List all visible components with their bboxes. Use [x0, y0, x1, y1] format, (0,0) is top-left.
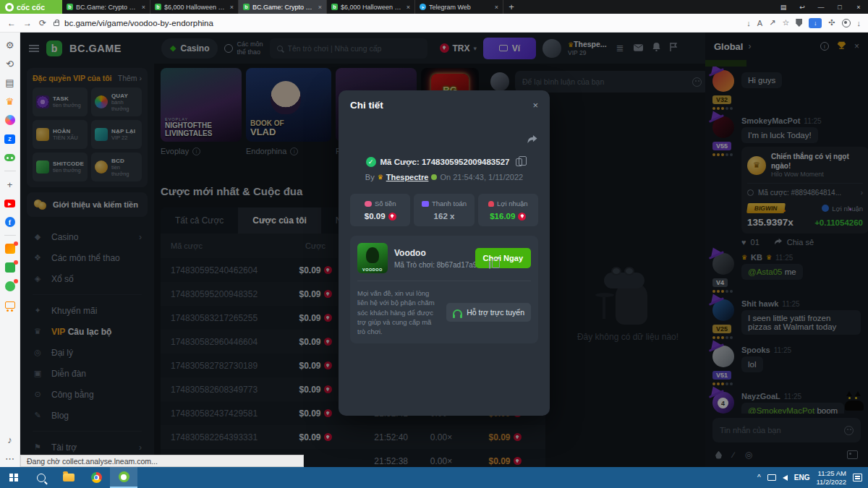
system-tray: ^ ENG 11:25 AM11/2/2022 [757, 469, 868, 487]
person-icon [488, 201, 494, 207]
history-icon[interactable]: ⟲ [4, 58, 16, 69]
shopping-cart-icon[interactable] [4, 299, 16, 311]
game-name: Voodoo [394, 248, 469, 258]
games-controller-icon[interactable] [4, 152, 16, 163]
maximize-button[interactable]: □ [830, 4, 849, 11]
trx-icon [518, 213, 526, 221]
bcgame-favicon: b [243, 4, 250, 10]
newsfeed-icon[interactable]: ▤ [4, 77, 16, 88]
tab-close-icon[interactable]: × [142, 4, 145, 11]
browser-tab-2[interactable]: b $6,000 Halloween Slot Battle × [150, 0, 239, 14]
reader-mode-icon[interactable]: ▤ [774, 4, 793, 11]
new-tab-button[interactable]: + [503, 0, 519, 14]
bet-username[interactable]: Thespectre [386, 173, 429, 181]
coccoc-brand-label: cốc cốc [17, 3, 45, 12]
browser-sidebar: ⚙ ⟲ ▤ ♛ Z + ▶ f ♪ ⋯ [0, 33, 20, 467]
volume-icon[interactable] [783, 475, 788, 481]
share-icon[interactable] [527, 134, 538, 147]
forward-icon[interactable]: → [23, 18, 32, 28]
session-restore-icon[interactable]: ↩ [793, 4, 812, 11]
modal-title: Chi tiết [350, 100, 383, 111]
notifications-bell-icon[interactable]: ♪ [4, 434, 16, 445]
play-now-button[interactable]: Chơi Ngay [475, 248, 532, 268]
rewards-gift-icon[interactable] [4, 262, 16, 273]
tab-title: $6,000 Halloween Slot Battle [164, 4, 227, 11]
action-center-icon[interactable] [853, 474, 862, 481]
lock-icon [54, 22, 59, 26]
voodoo-thumbnail[interactable]: VOODOO [357, 243, 388, 273]
download-active-icon[interactable]: ↓ [809, 18, 822, 28]
coccoc-brand[interactable]: cốc cốc [0, 0, 62, 14]
reload-icon[interactable]: ⟳ [39, 18, 46, 28]
tab-close-icon[interactable]: × [495, 4, 498, 11]
tab-title: BC.Game: Crypto Casino Gam [76, 4, 139, 11]
file-explorer-icon[interactable] [55, 467, 82, 488]
copy-icon[interactable] [516, 158, 522, 166]
browser-address-bar: ← → ⟳ bc.game/vi/game/voodoo-by-endorphi… [0, 14, 868, 33]
minimize-button[interactable]: — [812, 4, 830, 11]
save-page-icon[interactable]: ↓ [746, 19, 751, 27]
tab-title: BC.Game: Crypto Casino Gan [252, 4, 315, 11]
window-controls: ▤ ↩ — □ × [774, 0, 868, 14]
tab-close-icon[interactable]: × [318, 4, 322, 11]
messenger-icon[interactable] [4, 114, 16, 126]
verified-check-icon: ✓ [366, 157, 376, 167]
coccoc-taskbar-icon[interactable] [110, 467, 137, 488]
stat-payout: Thanh toán 162 x [414, 194, 474, 226]
more-options-icon[interactable]: ⋯ [4, 453, 16, 464]
modal-close-icon[interactable]: × [532, 100, 538, 111]
start-button[interactable] [0, 467, 27, 488]
bcgame-favicon: b [331, 4, 338, 10]
coccoc-logo-icon [5, 3, 14, 12]
bcgame-favicon: b [67, 4, 73, 10]
chrome-icon[interactable] [82, 467, 110, 488]
add-shortcut-icon[interactable]: + [4, 179, 16, 190]
youtube-icon[interactable]: ▶ [4, 197, 16, 209]
copy-icon[interactable] [489, 261, 490, 269]
adblock-shield-icon[interactable] [796, 19, 802, 27]
settings-gear-icon[interactable]: ⚙ [4, 39, 16, 51]
divider [4, 171, 16, 171]
browser-tab-3-active[interactable]: b BC.Game: Crypto Casino Gan × [239, 0, 327, 14]
chat-app-icon[interactable] [4, 281, 16, 292]
trx-icon [388, 213, 396, 221]
translate-icon[interactable]: A [757, 19, 762, 27]
downloads-tray-icon[interactable]: ↓ [857, 19, 861, 27]
bcgame-favicon: b [155, 4, 161, 10]
live-support-button[interactable]: Hỗ trợ trực tuyến [446, 303, 531, 322]
zalo-icon[interactable]: Z [4, 133, 16, 145]
tray-expand-icon[interactable]: ^ [757, 474, 761, 481]
profile-icon[interactable] [842, 19, 851, 27]
browser-tab-strip: cốc cốc b BC.Game: Crypto Casino Gam × b… [0, 0, 868, 14]
browser-tab-4[interactable]: b $6,000 Halloween Slot Battle × [327, 0, 415, 14]
facebook-icon[interactable]: f [4, 216, 16, 228]
tab-close-icon[interactable]: × [407, 4, 410, 11]
bookmark-star-icon[interactable]: ☆ [782, 18, 789, 27]
url-field[interactable]: bc.game/vi/game/voodoo-by-endorphina [54, 19, 739, 27]
stat-profit: Lợi nhuận $16.09 [478, 194, 538, 226]
crown-icon: ♛ [378, 174, 383, 181]
back-icon[interactable]: ← [7, 18, 16, 28]
language-indicator[interactable]: ENG [794, 474, 810, 481]
tab-title: $6,000 Halloween Slot Battle [341, 4, 404, 11]
extensions-icon[interactable]: ✣ [828, 18, 835, 27]
game-box: VOODOO Voodoo Mã Trò chơi: 8b67ad17a99..… [350, 236, 538, 343]
taskbar-search-icon[interactable] [27, 467, 55, 488]
taskbar-clock[interactable]: 11:25 AM11/2/2022 [816, 469, 846, 487]
network-icon[interactable] [767, 474, 776, 481]
tab-title: Telegram Web [429, 4, 492, 11]
news-hub-icon[interactable] [4, 243, 16, 254]
browser-tab-1[interactable]: b BC.Game: Crypto Casino Gam × [62, 0, 150, 14]
stat-amount: Số tiền $0.09 [350, 194, 410, 226]
url-text: bc.game/vi/game/voodoo-by-endorphina [64, 19, 213, 27]
share-icon[interactable]: ↗ [769, 18, 775, 27]
piggy-icon [365, 201, 372, 207]
bet-timestamp: On 21:54:43, 1/11/2022 [440, 173, 523, 181]
headset-icon [453, 309, 462, 315]
tab-close-icon[interactable]: × [230, 4, 234, 11]
divider [4, 235, 16, 236]
hot-crown-icon[interactable]: ♛ [4, 95, 16, 107]
browser-tab-5-telegram[interactable]: ➤ Telegram Web × [415, 0, 503, 14]
toolbar-icons: ↓ A ↗ ☆ ↓ ✣ ↓ [746, 18, 861, 28]
close-window-button[interactable]: × [849, 4, 868, 11]
